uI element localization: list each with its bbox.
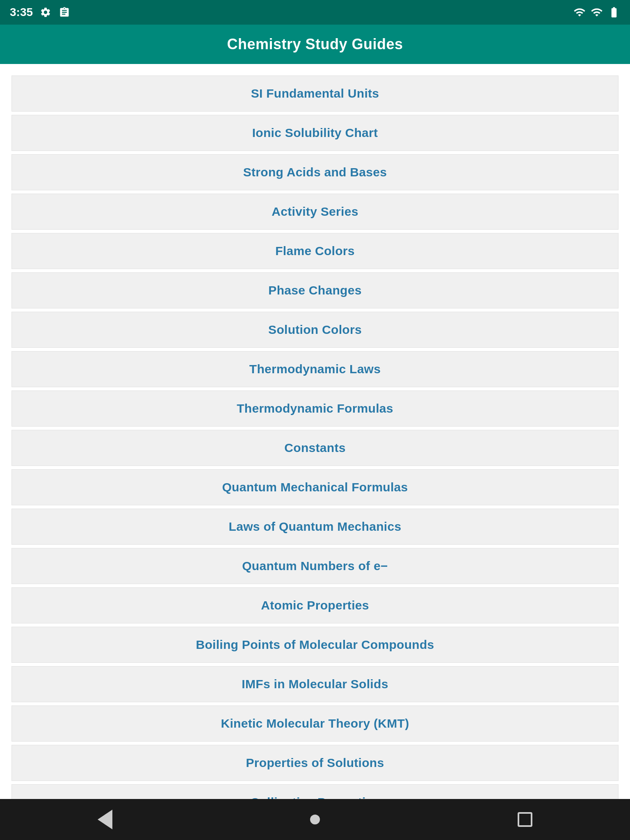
- list-item[interactable]: Phase Changes: [11, 272, 619, 308]
- clipboard-icon: [58, 6, 71, 18]
- list-item[interactable]: Kinetic Molecular Theory (KMT): [11, 705, 619, 742]
- list-item[interactable]: Flame Colors: [11, 233, 619, 269]
- battery-icon: [608, 6, 620, 18]
- list-item[interactable]: Strong Acids and Bases: [11, 154, 619, 190]
- nav-bar: [0, 799, 630, 840]
- home-icon: [310, 815, 320, 824]
- list-item[interactable]: Quantum Mechanical Formulas: [11, 469, 619, 505]
- status-bar-left: 3:35: [10, 6, 71, 19]
- list-item[interactable]: IMFs in Molecular Solids: [11, 666, 619, 702]
- list-item[interactable]: Boiling Points of Molecular Compounds: [11, 627, 619, 663]
- status-bar-right: [573, 6, 620, 18]
- list-item[interactable]: Quantum Numbers of e−: [11, 548, 619, 584]
- recents-button[interactable]: [509, 803, 541, 836]
- app-bar: Chemistry Study Guides: [0, 25, 630, 64]
- home-button[interactable]: [299, 803, 331, 836]
- content-area: SI Fundamental Units Ionic Solubility Ch…: [0, 64, 630, 799]
- app-title: Chemistry Study Guides: [227, 36, 403, 53]
- list-item[interactable]: Solution Colors: [11, 312, 619, 348]
- list-item[interactable]: Thermodynamic Formulas: [11, 390, 619, 427]
- list-item[interactable]: Colligative Properties: [11, 784, 619, 799]
- status-bar: 3:35: [0, 0, 630, 25]
- back-button[interactable]: [89, 803, 121, 836]
- list-item[interactable]: Activity Series: [11, 194, 619, 230]
- back-icon: [98, 810, 112, 829]
- list-item[interactable]: Ionic Solubility Chart: [11, 115, 619, 151]
- recents-icon: [518, 812, 532, 827]
- list-item[interactable]: Constants: [11, 430, 619, 466]
- list-item[interactable]: Laws of Quantum Mechanics: [11, 509, 619, 545]
- list-item[interactable]: Atomic Properties: [11, 587, 619, 623]
- settings-icon: [39, 6, 52, 18]
- list-item[interactable]: Properties of Solutions: [11, 745, 619, 781]
- list-item[interactable]: Thermodynamic Laws: [11, 351, 619, 387]
- signal-icon: [591, 6, 603, 18]
- list-item[interactable]: SI Fundamental Units: [11, 75, 619, 112]
- time-display: 3:35: [10, 6, 33, 19]
- wifi-icon: [573, 6, 586, 18]
